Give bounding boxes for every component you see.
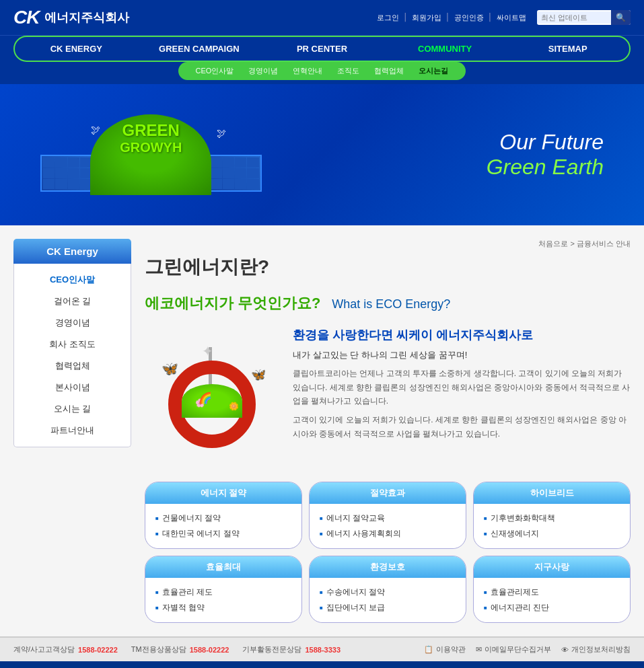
grid-body-0: 건물에너지 절약 대한민국 에너지 절약 xyxy=(145,504,301,548)
banner-title1: Our Future xyxy=(302,130,604,155)
footer-label-3: 기부활동전문상담 xyxy=(242,644,301,655)
nav-item-ck-energy[interactable]: CK ENERGY xyxy=(15,37,138,61)
sidebar-title: CK Energy xyxy=(13,239,131,264)
butterfly-2: 🦋 xyxy=(251,367,266,382)
content-image: ✦ 🦋 🦋 🌸 🌼 🌈 xyxy=(145,327,279,461)
eco-illustration: ✦ 🦋 🦋 🌸 🌼 🌈 xyxy=(151,334,273,455)
grid-header-2: 하이브리드 xyxy=(474,482,630,504)
grid-body-4: 수송에너지 절약 집단에너지 보급 xyxy=(310,578,466,622)
terms-icon: 📋 xyxy=(424,645,433,654)
sidebar-item-partner[interactable]: 협력업체 xyxy=(14,355,131,377)
footer-right-links: 📋 이용약관 ✉ 이메일무단수집거부 👁 개인정보처리방침 xyxy=(424,644,631,655)
grid-box-4: 환경보호 수송에너지 절약 집단에너지 보급 xyxy=(309,556,466,623)
grid-item-1-1[interactable]: 에너지 사용계획회의 xyxy=(320,526,456,542)
grid-item-3-0[interactable]: 효율관리 제도 xyxy=(155,585,291,600)
search-wrap: 🔍 xyxy=(537,10,631,25)
footer-link-email[interactable]: ✉ 이메일무단수집거부 xyxy=(476,644,551,655)
grid-item-0-0[interactable]: 건물에너지 절약 xyxy=(155,511,291,526)
eco-bold: 에코에너지가 무엇인가요? xyxy=(145,295,321,311)
grid-item-2-0[interactable]: 기후변화화학대책 xyxy=(484,511,620,526)
search-button[interactable]: 🔍 xyxy=(611,10,631,25)
nav-main: CK ENERGY GREEN CAMPAIGN PR CENTER COMMU… xyxy=(13,36,631,62)
grid-box-3: 효율최대 효율관리 제도 자별적 협약 xyxy=(145,556,302,623)
flower-2: 🌼 xyxy=(229,402,239,411)
banner-left: 🕊 🕊 🕊 GREEN GROWYH xyxy=(0,114,302,195)
sidebar-item-philosophy[interactable]: 본사이념 xyxy=(14,377,131,398)
grid-item-4-1[interactable]: 집단에너지 보급 xyxy=(320,600,456,616)
link-cert[interactable]: 공인인증 xyxy=(454,13,484,23)
grid-item-4-0[interactable]: 수송에너지 절약 xyxy=(320,585,456,600)
butterfly-1: 🦋 xyxy=(162,361,178,377)
footer-link-terms[interactable]: 📋 이용약관 xyxy=(424,644,466,655)
email-icon: ✉ xyxy=(476,645,482,654)
para2: 고객이 있기에 오늘의 저희가 있습니다. 세계로 향한 클립론의 성장엔진인 … xyxy=(293,413,631,441)
grid-item-5-0[interactable]: 효율관리제도 xyxy=(484,585,620,600)
link-sitemap[interactable]: 싸이트맵 xyxy=(497,13,526,23)
dove-1: 🕊 xyxy=(91,124,100,135)
grid-body-1: 에너지 절약교육 에너지 사용계획회의 xyxy=(310,504,466,548)
solar-panel-left xyxy=(40,155,94,192)
terms-label: 이용약관 xyxy=(436,644,466,655)
nav-item-community[interactable]: COMMUNITY xyxy=(384,37,507,61)
header-links: 로그인 │ 회원가입 │ 공인인증 │ 싸이트맵 xyxy=(377,13,526,23)
sidebar-item-history[interactable]: 걸어온 길 xyxy=(14,291,131,312)
grid-header-5: 지구사랑 xyxy=(474,556,630,578)
nav-item-green-campaign[interactable]: GREEN CAMPAIGN xyxy=(138,37,261,61)
sub-nav-ceo[interactable]: CEO인사말 xyxy=(192,65,238,77)
windmill-blades: ✦ xyxy=(202,343,213,359)
grid-item-3-1[interactable]: 자별적 협약 xyxy=(155,600,291,616)
sub-nav-mgmt[interactable]: 연혁안내 xyxy=(289,65,326,77)
footer-label-2: TM전용상품상담 xyxy=(131,644,186,655)
rainbow: 🌈 xyxy=(199,392,212,404)
nav-item-pr-center[interactable]: PR CENTER xyxy=(260,37,384,61)
sidebar-item-directions[interactable]: 오시는 길 xyxy=(14,398,131,420)
grid-box-0: 에너지 절약 건물에너지 절약 대한민국 에너지 절약 xyxy=(145,482,302,549)
link-signup[interactable]: 회원가입 xyxy=(412,13,441,23)
logo-text: 에너지주식회사 xyxy=(44,9,129,26)
logo-ck: CK xyxy=(13,7,39,28)
green-text1: GREEN xyxy=(120,121,182,140)
privacy-icon: 👁 xyxy=(561,646,569,654)
footer-link-privacy[interactable]: 👁 개인정보처리방침 xyxy=(561,644,631,655)
content-text: 환경을 사랑한다면 씨케이 에너지주식회사로 내가 살고있는 단 하나의 그린 … xyxy=(293,327,631,446)
sub-nav-org[interactable]: 조직도 xyxy=(333,65,363,77)
email-label: 이메일무단수집거부 xyxy=(485,644,551,655)
sidebar-menu: CEO인사말 걸어온 길 경영이념 회사 조직도 협력업체 본사이념 오시는 길… xyxy=(13,264,131,447)
sidebar-item-partners[interactable]: 파트너안내 xyxy=(14,420,131,441)
grid-section: 에너지 절약 건물에너지 절약 대한민국 에너지 절약 절약효과 에너지 절약교… xyxy=(145,482,631,623)
footer-tel-1: 계약/사고고객상담 1588-02222 xyxy=(13,644,118,655)
link-login[interactable]: 로그인 xyxy=(377,13,399,23)
sidebar-item-ceo[interactable]: CEO인사말 xyxy=(14,269,131,291)
grid-item-2-1[interactable]: 신재생에너지 xyxy=(484,526,620,542)
sub-nav-history[interactable]: 경영이념 xyxy=(244,65,282,77)
grid-item-0-1[interactable]: 대한민국 에너지 절약 xyxy=(155,526,291,542)
green-text2: GROWYH xyxy=(120,140,182,155)
solar-panel-right xyxy=(208,155,262,192)
grid-header-0: 에너지 절약 xyxy=(145,482,301,504)
banner-right: Our Future Green Earth xyxy=(302,130,645,180)
footer-tel-3: 기부활동전문상담 1588-3333 xyxy=(242,644,341,655)
footer-num-1: 1588-02222 xyxy=(78,646,118,654)
eco-subtitle: 에코에너지가 무엇인가요? What is ECO Energy? xyxy=(145,293,631,313)
grid-header-1: 절약효과 xyxy=(310,482,466,504)
sub-nav-directions[interactable]: 오시는길 xyxy=(415,65,452,77)
footer-top: 계약/사고고객상담 1588-02222 TM전용상품상담 1588-02222… xyxy=(0,636,644,661)
section-title-text: 환경을 사랑한다면 씨케이 에너지주식회사로 xyxy=(293,328,533,342)
sidebar: CK Energy CEO인사말 걸어온 길 경영이념 회사 조직도 협력업체 … xyxy=(13,239,131,623)
footer-num-2: 1588-02222 xyxy=(190,646,229,654)
grid-body-2: 기후변화화학대책 신재생에너지 xyxy=(474,504,630,548)
search-input[interactable] xyxy=(537,11,611,24)
grid-box-2: 하이브리드 기후변화화학대책 신재생에너지 xyxy=(473,482,631,549)
nav-item-sitemap[interactable]: SITEMAP xyxy=(506,37,629,61)
sidebar-item-mgmt[interactable]: 경영이념 xyxy=(14,312,131,334)
grid-box-5: 지구사랑 효율관리제도 에너지관리 진단 xyxy=(473,556,631,623)
header: CK 에너지주식회사 로그인 │ 회원가입 │ 공인인증 │ 싸이트맵 🔍 xyxy=(0,0,644,35)
grid-body-3: 효율관리 제도 자별적 협약 xyxy=(145,578,301,622)
grid-item-5-1[interactable]: 에너지관리 진단 xyxy=(484,600,620,616)
sub-nav-partner[interactable]: 협력업체 xyxy=(370,65,408,77)
footer-label-1: 계약/사고고객상담 xyxy=(13,644,75,655)
page-title: 그린에너지란? xyxy=(145,254,631,280)
grass-area xyxy=(182,384,242,418)
sidebar-item-org[interactable]: 회사 조직도 xyxy=(14,334,131,355)
grid-item-1-0[interactable]: 에너지 절약교육 xyxy=(320,511,456,526)
